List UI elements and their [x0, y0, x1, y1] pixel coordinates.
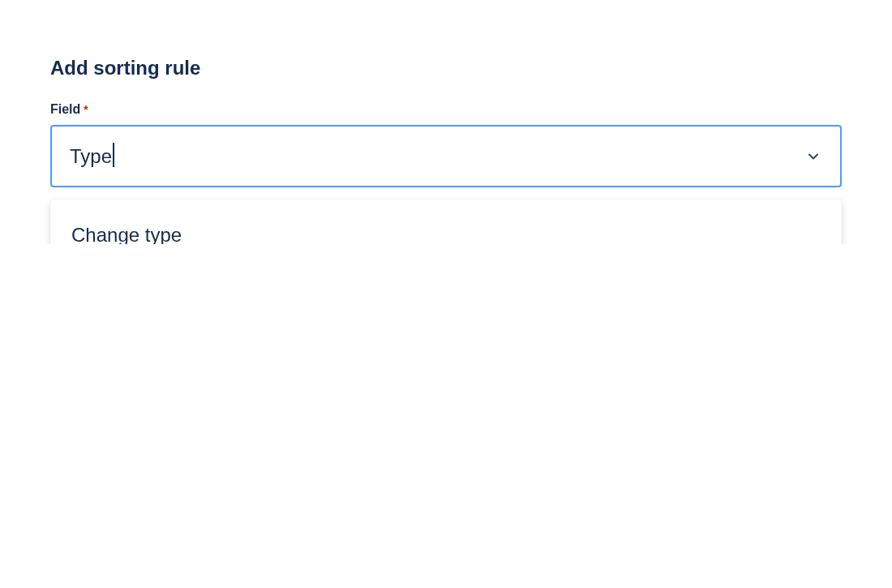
- text-cursor: [113, 143, 114, 167]
- required-asterisk: *: [84, 103, 88, 116]
- dropdown-option[interactable]: Change type: [50, 209, 842, 244]
- field-select-input[interactable]: Type: [50, 125, 842, 187]
- field-dropdown: Change type Custom Project Picker: Type …: [50, 200, 842, 244]
- dialog-title: Add sorting rule: [50, 57, 842, 79]
- field-select-wrapper: Type Change type Custom Project Picker: …: [50, 125, 842, 187]
- chevron-down-icon[interactable]: [804, 148, 822, 165]
- field-label: Field: [50, 102, 80, 117]
- field-label-row: Field *: [50, 102, 842, 117]
- field-input-text: Type: [70, 145, 112, 168]
